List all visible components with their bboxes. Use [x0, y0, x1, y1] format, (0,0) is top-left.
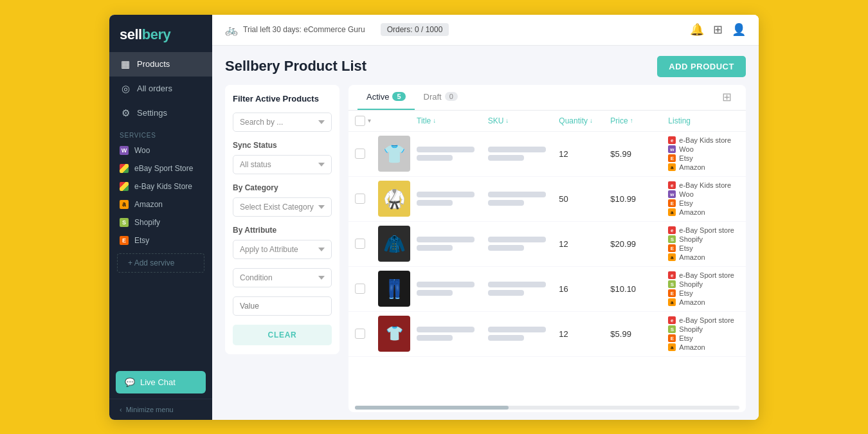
products-icon: ▦	[120, 59, 131, 70]
listing-item: EEtsy	[668, 334, 739, 342]
sidebar-item-ebay-kids[interactable]: e-Bay Kids Store	[109, 177, 212, 195]
value-input[interactable]	[233, 296, 332, 316]
header-checkbox-wrap: ▾	[355, 116, 378, 126]
listing-item: aAmazon	[668, 253, 739, 261]
woo-icon: W	[120, 146, 129, 155]
header-checkbox[interactable]	[355, 116, 365, 126]
listing-item: aAmazon	[668, 298, 739, 306]
listing-item: EEtsy	[668, 289, 739, 297]
grid-view-icon[interactable]: ⊞	[713, 23, 723, 37]
tab-draft[interactable]: Draft 0	[415, 85, 467, 110]
product-listings: ee-Bay Kids store wWoo EEtsy aAmazon	[668, 181, 739, 216]
row-checkbox[interactable]	[355, 194, 365, 204]
product-listings: ee-Bay Kids store wWoo EEtsy aAmazon	[668, 136, 739, 171]
product-qty: 12	[559, 239, 610, 249]
category-select[interactable]: Select Exist Category	[233, 197, 332, 217]
listing-item: EEtsy	[668, 244, 739, 252]
sidebar-item-orders[interactable]: ◎ All orders	[109, 77, 212, 101]
sidebar-item-settings[interactable]: ⚙ Settings	[109, 101, 212, 125]
listing-col-header: Listing	[668, 116, 739, 125]
tabs: Active 5 Draft 0	[357, 85, 467, 110]
apply-attribute-select[interactable]: Apply to Attribute	[233, 240, 332, 259]
sync-status-select[interactable]: All status	[233, 155, 332, 174]
table-row: 👖 16 $10.10 ee-Bay Sport store	[348, 267, 746, 312]
listing-item: ee-Bay Kids store	[668, 181, 739, 189]
attribute-label: By Attribute	[233, 226, 332, 235]
sidebar: sellbery ▦ Products ◎ All orders ⚙ Setti…	[109, 15, 212, 420]
trial-info: 🚲 Trial left 30 days: eCommerce Guru Ord…	[225, 23, 449, 36]
etsy-dot: E	[668, 199, 676, 207]
etsy-dot: E	[668, 289, 676, 297]
listing-item: ee-Bay Kids store	[668, 136, 739, 144]
horizontal-scrollbar[interactable]	[355, 406, 739, 410]
listing-item: SShopify	[668, 325, 739, 333]
etsy-dot: E	[668, 334, 676, 342]
ebay-dot: e	[668, 316, 676, 324]
amazon-dot: a	[668, 253, 676, 261]
title-col-header: Title ↓	[417, 116, 488, 125]
scrollbar-thumb[interactable]	[355, 406, 509, 410]
listing-item: EEtsy	[668, 199, 739, 207]
condition-select[interactable]: Condition	[233, 268, 332, 287]
listing-item: SShopify	[668, 280, 739, 288]
product-sku-cell	[488, 192, 559, 206]
tab-active[interactable]: Active 5	[357, 85, 415, 110]
listing-item: aAmazon	[668, 163, 739, 171]
grid-layout-icon[interactable]: ⊞	[717, 85, 737, 109]
sidebar-item-ebay-sport[interactable]: eBay Sport Store	[109, 159, 212, 177]
product-price: $10.99	[610, 194, 668, 204]
woo-dot: w	[668, 190, 676, 198]
amazon-dot: a	[668, 208, 676, 216]
product-sku-cell	[488, 282, 559, 296]
listing-item: ee-Bay Sport store	[668, 271, 739, 279]
sync-status-label: Sync Status	[233, 141, 332, 150]
product-title-cell	[417, 282, 488, 296]
add-service-button[interactable]: + Add servive	[117, 253, 204, 273]
header-dropdown-arrow[interactable]: ▾	[368, 117, 371, 124]
minimize-menu-button[interactable]: ‹ Minimize menu	[109, 399, 212, 420]
listing-item: EEtsy	[668, 154, 739, 162]
main-content: 🚲 Trial left 30 days: eCommerce Guru Ord…	[212, 15, 759, 420]
product-image: 🥋	[378, 181, 410, 217]
product-sku-cell	[488, 147, 559, 161]
page-header: Sellbery Product List ADD PRODUCT	[212, 46, 759, 85]
row-checkbox[interactable]	[355, 329, 365, 339]
product-price: $5.99	[610, 149, 668, 159]
sidebar-item-woo[interactable]: W Woo	[109, 141, 212, 159]
price-col-header: Price ↑	[610, 116, 668, 125]
product-qty: 12	[559, 329, 610, 339]
filter-panel: Filter Active Products Search by ... Syn…	[225, 85, 339, 354]
row-checkbox[interactable]	[355, 149, 365, 159]
content-area: Filter Active Products Search by ... Syn…	[212, 85, 759, 420]
topbar-icons: 🔔 ⊞ 👤	[690, 23, 746, 37]
table-row: 🧥 12 $20.99 ee-Bay Sport store	[348, 222, 746, 267]
product-qty: 16	[559, 284, 610, 294]
table-row: 🥋 50 $10.99 ee-Bay Kids store	[348, 177, 746, 222]
search-by-select[interactable]: Search by ...	[233, 113, 332, 132]
add-product-button[interactable]: ADD PRODUCT	[657, 56, 746, 77]
shopify-dot: S	[668, 280, 676, 288]
quantity-col-header: Quantity ↓	[559, 116, 610, 125]
row-checkbox[interactable]	[355, 284, 365, 294]
sidebar-item-etsy[interactable]: E Etsy	[109, 231, 212, 249]
notification-icon[interactable]: 🔔	[690, 23, 704, 37]
sidebar-item-products[interactable]: ▦ Products	[109, 52, 212, 77]
row-checkbox[interactable]	[355, 239, 365, 249]
topbar: 🚲 Trial left 30 days: eCommerce Guru Ord…	[212, 15, 759, 46]
sidebar-item-amazon[interactable]: a Amazon	[109, 195, 212, 213]
settings-icon: ⚙	[120, 107, 131, 119]
sidebar-item-shopify[interactable]: S Shopify	[109, 213, 212, 231]
live-chat-button[interactable]: 💬 Live Chat	[116, 371, 206, 393]
orders-icon: ◎	[120, 83, 131, 95]
product-title-cell	[417, 192, 488, 206]
etsy-dot: E	[668, 154, 676, 162]
ebay-dot: e	[668, 136, 676, 144]
user-icon[interactable]: 👤	[732, 23, 746, 37]
etsy-icon: E	[120, 236, 129, 245]
sidebar-nav: ▦ Products ◎ All orders ⚙ Settings SERVI…	[109, 52, 212, 366]
amazon-dot: a	[668, 163, 676, 171]
chat-icon: 💬	[125, 377, 135, 387]
table-row: 👕 12 $5.99 ee-Bay Sport store	[348, 312, 746, 357]
clear-button[interactable]: CLEAR	[233, 325, 332, 345]
product-sku-cell	[488, 237, 559, 251]
